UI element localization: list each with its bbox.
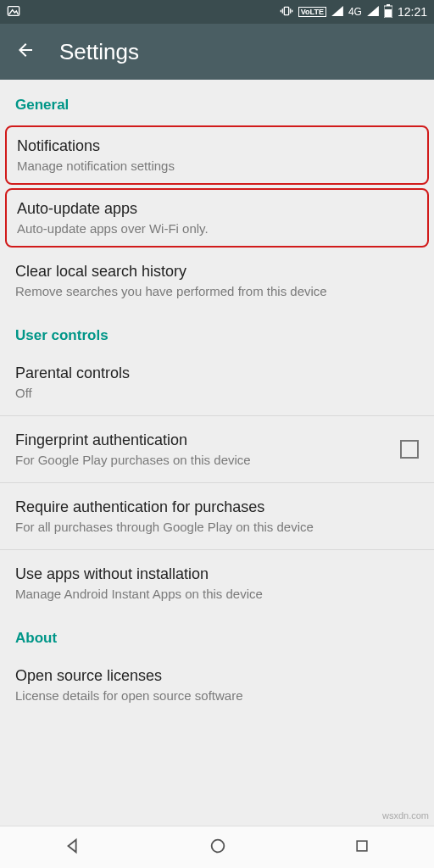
divider <box>0 549 434 550</box>
item-clear-history[interactable]: Clear local search history Remove search… <box>0 251 434 310</box>
fingerprint-checkbox[interactable] <box>400 440 419 459</box>
signal-1-icon <box>331 5 343 19</box>
item-open-source[interactable]: Open source licenses License details for… <box>0 655 434 715</box>
image-icon <box>7 5 20 19</box>
svg-rect-10 <box>385 9 392 17</box>
item-title: Open source licenses <box>15 667 419 685</box>
nav-home-icon[interactable] <box>209 837 227 859</box>
section-user-controls: User controls <box>0 310 434 353</box>
section-about: About <box>0 613 434 655</box>
page-title: Settings <box>59 39 139 65</box>
battery-icon <box>384 4 392 20</box>
item-require-auth[interactable]: Require authentication for purchases For… <box>0 487 434 546</box>
divider <box>0 415 434 416</box>
network-type-label: 4G <box>348 6 362 18</box>
item-fingerprint-auth[interactable]: Fingerprint authentication For Google Pl… <box>0 420 434 479</box>
item-notifications[interactable]: Notifications Manage notification settin… <box>5 125 429 185</box>
navigation-bar <box>0 826 434 868</box>
item-title: Use apps without installation <box>15 565 419 583</box>
svg-marker-11 <box>68 839 75 852</box>
item-subtitle: For all purchases through Google Play on… <box>15 520 419 534</box>
item-subtitle: Manage Android Instant Apps on this devi… <box>15 587 419 601</box>
status-time: 12:21 <box>398 5 427 19</box>
signal-2-icon <box>367 5 379 19</box>
divider <box>0 482 434 483</box>
nav-recent-icon[interactable] <box>353 837 370 858</box>
item-subtitle: Auto-update apps over Wi-Fi only. <box>17 221 417 236</box>
svg-marker-6 <box>331 6 343 16</box>
item-title: Require authentication for purchases <box>15 498 419 516</box>
item-title: Fingerprint authentication <box>15 431 251 449</box>
status-bar: VoLTE 4G 12:21 <box>0 0 434 24</box>
volte-badge: VoLTE <box>298 7 326 17</box>
item-subtitle: For Google Play purchases on this device <box>15 453 251 467</box>
item-parental-controls[interactable]: Parental controls Off <box>0 353 434 412</box>
back-arrow-icon[interactable] <box>15 40 36 64</box>
section-general: General <box>0 80 434 122</box>
item-title: Parental controls <box>15 364 419 382</box>
item-subtitle: License details for open source software <box>15 688 419 703</box>
svg-marker-7 <box>367 6 379 16</box>
svg-rect-13 <box>357 841 367 851</box>
nav-back-icon[interactable] <box>64 837 82 859</box>
item-subtitle: Manage notification settings <box>17 159 417 173</box>
item-title: Auto-update apps <box>17 200 417 218</box>
item-subtitle: Remove searches you have performed from … <box>15 284 419 298</box>
svg-rect-1 <box>284 7 288 14</box>
item-auto-update[interactable]: Auto-update apps Auto-update apps over W… <box>5 188 429 248</box>
item-instant-apps[interactable]: Use apps without installation Manage And… <box>0 554 434 613</box>
svg-point-12 <box>212 839 225 852</box>
item-title: Notifications <box>17 137 417 155</box>
watermark-text: wsxdn.com <box>382 810 429 821</box>
app-bar: Settings <box>0 24 434 80</box>
settings-list: General Notifications Manage notificatio… <box>0 80 434 715</box>
item-title: Clear local search history <box>15 263 419 281</box>
vibrate-icon <box>280 5 293 19</box>
item-subtitle: Off <box>15 386 419 400</box>
